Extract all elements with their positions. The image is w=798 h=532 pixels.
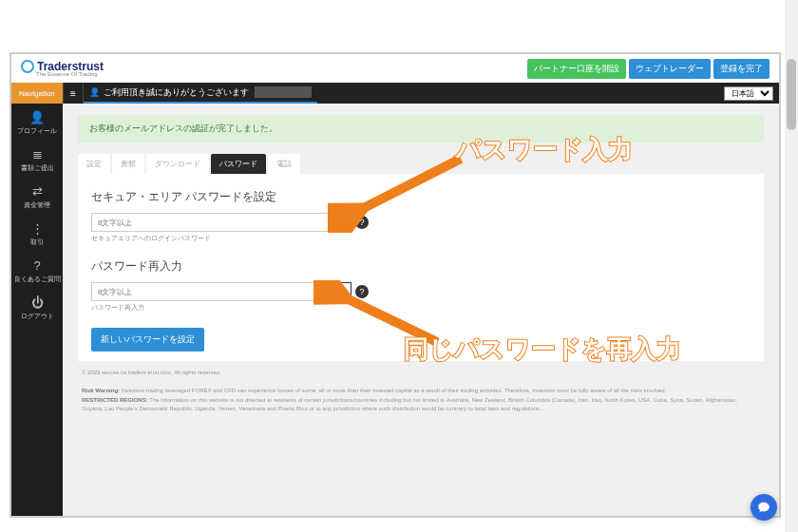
language-selector[interactable]: 日本語: [724, 86, 773, 101]
sidebar-item-label: プロフィール: [17, 127, 57, 134]
webtrader-button[interactable]: ウェブトレーダー: [629, 59, 711, 79]
menu-toggle[interactable]: ≡: [63, 83, 84, 104]
document-icon: ≣: [13, 147, 61, 162]
scrollbar-thumb[interactable]: [787, 59, 796, 130]
person-icon: 👤: [13, 110, 61, 124]
tab-password[interactable]: パスワード: [211, 154, 266, 174]
tabs: 設定 書類 ダウンロード パスワード 電話: [78, 154, 764, 174]
greeting-text: ご利用頂き誠にありがとうございます: [104, 86, 249, 99]
main-content: お客様のメールアドレスの認証が完了しました。 設定 書類 ダウンロード パスワー…: [63, 104, 779, 516]
user-icon: 👤: [89, 87, 100, 97]
logo: Traderstrust The Essence Of Trading: [21, 60, 104, 77]
help-icon[interactable]: ?: [355, 285, 369, 298]
confirm-field-row: ◉ ?: [91, 282, 750, 301]
language-select[interactable]: 日本語: [724, 86, 773, 101]
regions-text: The information on this website is not d…: [82, 397, 737, 412]
sidebar-item-label: 良くあるご質問: [14, 276, 61, 282]
sidebar-item-logout[interactable]: ⏻ログアウト: [11, 289, 63, 326]
confirm-hint: パスワード再入力: [91, 303, 750, 313]
eye-icon: ◉: [338, 218, 347, 228]
page-scrollbar[interactable]: [785, 0, 798, 532]
logo-icon: [21, 60, 34, 73]
restricted-regions: RESTRICTED REGIONS: The information on t…: [82, 396, 760, 414]
partner-account-button[interactable]: パートナー口座を開設: [527, 59, 626, 79]
sidebar: 👤プロフィール ≣書類ご提出 ⇄資金管理 ⋮取引 ?良くあるご質問 ⏻ログアウト: [11, 104, 63, 516]
toggle-confirm-visibility[interactable]: ◉: [332, 282, 352, 301]
question-icon: ?: [13, 258, 61, 273]
power-icon: ⏻: [13, 295, 61, 310]
tab-download[interactable]: ダウンロード: [146, 154, 209, 174]
risk-heading: Risk Warning:: [82, 388, 120, 393]
sidebar-item-trade[interactable]: ⋮取引: [11, 215, 63, 252]
greeting: 👤 ご利用頂き誠にありがとうございます: [84, 83, 317, 104]
sidebar-item-profile[interactable]: 👤プロフィール: [11, 104, 63, 141]
complete-registration-button[interactable]: 登録を完了: [713, 59, 770, 79]
sidebar-item-label: 資金管理: [24, 201, 50, 208]
secure-password-title: セキュア・エリア パスワードを設定: [91, 183, 750, 213]
sidebar-item-documents[interactable]: ≣書類ご提出: [11, 141, 63, 178]
topbar: Navigation ≡ 👤 ご利用頂き誠にありがとうございます 日本語: [11, 83, 779, 104]
footer: © 2023 secure.ca.traders-trust.com. All …: [78, 361, 764, 414]
tab-phone[interactable]: 電話: [268, 154, 300, 174]
header-buttons: パートナー口座を開設 ウェブトレーダー 登録を完了: [527, 59, 770, 79]
navigation-button[interactable]: Navigation: [11, 83, 63, 104]
success-alert: お客様のメールアドレスの認証が完了しました。: [78, 115, 764, 142]
dots-icon: ⋮: [13, 221, 61, 236]
header: Traderstrust The Essence Of Trading パートナ…: [11, 54, 779, 83]
hamburger-icon: ≡: [70, 88, 76, 99]
save-password-button[interactable]: 新しいパスワードを設定: [91, 328, 204, 352]
sidebar-item-label: 取引: [30, 238, 44, 245]
confirm-password-input[interactable]: [91, 282, 329, 301]
regions-heading: RESTRICTED REGIONS:: [82, 397, 148, 403]
eye-icon: ◉: [338, 287, 347, 297]
help-icon[interactable]: ?: [355, 216, 369, 229]
transfer-icon: ⇄: [13, 184, 61, 199]
browser-frame: Traderstrust The Essence Of Trading パートナ…: [10, 52, 781, 518]
sidebar-item-label: ログアウト: [21, 313, 54, 319]
password-panel: セキュア・エリア パスワードを設定 ◉ ? セキュアエリアへのログインパスワード…: [78, 174, 764, 361]
risk-warning: Risk Warning: Investors trading leverage…: [82, 387, 760, 396]
logo-tagline: The Essence Of Trading: [36, 71, 104, 77]
toggle-password-visibility[interactable]: ◉: [332, 213, 352, 232]
tab-settings[interactable]: 設定: [78, 154, 110, 174]
sidebar-item-faq[interactable]: ?良くあるご質問: [11, 252, 63, 289]
password-hint: セキュアエリアへのログインパスワード: [91, 234, 750, 243]
risk-text: Investors trading leveraged FOREX and CF…: [120, 388, 666, 393]
sidebar-item-funds[interactable]: ⇄資金管理: [11, 178, 63, 215]
password-field-row: ◉ ?: [91, 213, 750, 232]
copyright: © 2023 secure.ca.traders-trust.com. All …: [82, 369, 760, 378]
chat-icon: [757, 501, 770, 514]
username-redacted: [255, 86, 312, 98]
chat-button[interactable]: [750, 494, 777, 521]
sidebar-item-label: 書類ご提出: [21, 164, 54, 171]
tab-documents[interactable]: 書類: [112, 154, 144, 174]
confirm-password-title: パスワード再入力: [91, 253, 750, 282]
password-input[interactable]: [91, 213, 329, 232]
